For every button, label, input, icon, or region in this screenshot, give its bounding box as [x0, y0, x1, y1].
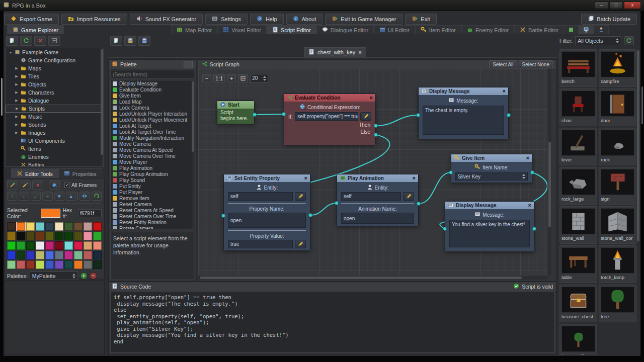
color-swatch[interactable]	[17, 232, 25, 240]
condition-expression-input[interactable]: self.property["open"] == true	[295, 112, 358, 121]
layer-down-button[interactable]: ▼	[54, 192, 64, 201]
grid-size-spinner[interactable]: 20	[250, 74, 268, 82]
graph-hscrollbar[interactable]	[198, 276, 547, 280]
color-swatch[interactable]	[45, 232, 54, 240]
select-all-button[interactable]: Select All	[489, 60, 517, 68]
color-swatch[interactable]	[26, 251, 35, 259]
color-swatch[interactable]	[7, 241, 16, 250]
shift-up-button[interactable]: ↑	[7, 192, 17, 201]
entity-input[interactable]: self	[228, 192, 293, 201]
node-start[interactable]: Start Script begins here.	[217, 101, 255, 124]
object-cell-tree[interactable]: tree	[599, 285, 636, 322]
color-swatch[interactable]	[64, 260, 73, 269]
left-edge-scrollbar[interactable]	[0, 11, 4, 357]
object-cell-treasure_chest[interactable]: treasure_chest	[559, 285, 597, 322]
layer-up-button[interactable]: ▲	[66, 192, 76, 201]
node-port[interactable]	[530, 170, 534, 174]
save-all-button[interactable]	[138, 36, 150, 46]
message-textarea[interactable]: The chest is empty.	[423, 106, 504, 135]
color-swatch[interactable]	[84, 222, 92, 231]
color-swatch[interactable]	[93, 260, 102, 269]
tab-properties[interactable]: Properties	[58, 168, 102, 178]
tree-item-images[interactable]: ▶Images	[6, 129, 103, 137]
color-swatch[interactable]	[26, 260, 35, 269]
zoom-reset-button[interactable]: 1:1	[213, 74, 225, 82]
palette-item-reset-camera-over-time[interactable]: Reset Camera Over Time	[111, 213, 194, 219]
color-swatch[interactable]	[84, 232, 92, 240]
fill-tool-button[interactable]	[49, 180, 60, 190]
node-port[interactable]	[532, 227, 536, 231]
tab-map-editor[interactable]: Map Editor	[171, 25, 217, 34]
palette-item-remove-item[interactable]: Remove Item	[111, 195, 194, 201]
object-cell-chair[interactable]: chair	[559, 88, 597, 126]
color-swatch[interactable]	[36, 260, 44, 269]
object-cell-torch_lamp[interactable]: torch_lamp	[599, 245, 636, 283]
node-port[interactable]	[443, 227, 447, 231]
tree-item-enemies[interactable]: Enemies	[6, 153, 103, 161]
color-swatch[interactable]	[17, 251, 25, 259]
color-swatch[interactable]	[7, 251, 16, 259]
shift-down-button[interactable]: ↓	[19, 192, 29, 201]
color-swatch[interactable]	[7, 232, 16, 240]
objects-scrollbar[interactable]	[637, 49, 639, 355]
color-swatch[interactable]	[64, 251, 73, 259]
color-swatch[interactable]	[55, 241, 63, 250]
color-swatch[interactable]	[17, 241, 25, 250]
object-cell-bench[interactable]: bench	[559, 49, 597, 87]
palette-item-look-at-target[interactable]: Look At Target	[111, 123, 194, 129]
attach-tool-button[interactable]	[7, 180, 18, 190]
object-cell-sign[interactable]: sign	[599, 167, 636, 205]
tab-chest-with-key[interactable]: chest_with_key ×	[304, 47, 366, 57]
property-name-input[interactable]: open	[228, 213, 306, 228]
color-swatch[interactable]	[45, 260, 54, 269]
close-node-icon[interactable]: ×	[370, 95, 373, 101]
close-node-icon[interactable]: ×	[503, 88, 506, 94]
color-swatch[interactable]	[26, 232, 35, 240]
entity-input[interactable]: self	[341, 192, 401, 201]
palette-item-play-animation[interactable]: Play Animation	[111, 165, 194, 171]
color-swatch[interactable]	[26, 222, 35, 231]
palette-item-give-item[interactable]: Give Item	[111, 93, 194, 99]
palette-item-reset-camera[interactable]: Reset Camera	[111, 201, 194, 207]
hex-input[interactable]: f6791f	[78, 209, 102, 217]
refresh-objects-button[interactable]	[624, 36, 634, 45]
close-node-icon[interactable]: ×	[304, 175, 307, 181]
delete-button[interactable]: ×	[34, 36, 46, 46]
erase-tool-button[interactable]: ×	[32, 180, 43, 190]
node-evaluate-condition[interactable]: Evaluate Condition × Conditional Express…	[284, 94, 376, 145]
menu-about-button[interactable]: iAbout	[286, 14, 323, 25]
rotate-button[interactable]	[92, 192, 102, 201]
palette-item-lock-camera[interactable]: Lock Camera	[111, 105, 194, 111]
tab-ui-editor[interactable]: UI Editor	[374, 25, 415, 34]
select-none-button[interactable]: Select None	[519, 60, 553, 68]
color-swatch[interactable]	[84, 251, 92, 259]
color-swatch[interactable]	[7, 222, 16, 231]
palette-scrollbar[interactable]	[192, 80, 194, 229]
color-swatch[interactable]	[93, 241, 102, 250]
edit-expression-button[interactable]	[360, 112, 371, 121]
tree-item-dialogue[interactable]: ▶Dialogue	[6, 97, 103, 105]
remove-palette-button[interactable]: −	[90, 272, 97, 280]
color-swatch[interactable]	[17, 222, 25, 231]
tree-item-game-configuration[interactable]: Game Configuration	[6, 56, 103, 64]
tree-item-ui-components[interactable]: UI Components	[6, 137, 103, 145]
node-port[interactable]	[507, 113, 511, 117]
close-button[interactable]: x	[624, 2, 641, 9]
color-swatch[interactable]	[74, 251, 83, 259]
snap-grid-button[interactable]	[238, 74, 248, 82]
source-code-text[interactable]: if self.property["open"] == true then di…	[110, 291, 554, 352]
node-port[interactable]	[308, 213, 312, 217]
filter-select[interactable]: All Objects	[575, 36, 621, 45]
color-swatch[interactable]	[64, 241, 73, 250]
tab-game-explorer[interactable]: Game Explorer	[7, 25, 64, 34]
color-swatch[interactable]	[84, 260, 92, 269]
object-cell-rock_large[interactable]: rock_large	[559, 167, 597, 205]
object-cell-campfire[interactable]: campfire	[599, 49, 636, 87]
new-script-button[interactable]	[110, 36, 122, 46]
palette-item-lock-unlock-player-interaction[interactable]: Lock/Unlock Player Interaction	[111, 111, 194, 117]
color-swatch[interactable]	[84, 241, 92, 250]
color-swatch[interactable]	[36, 232, 44, 240]
color-swatch[interactable]	[55, 260, 63, 269]
new-resource-button[interactable]	[6, 36, 18, 46]
tree-item-tiles[interactable]: ▶Tiles	[6, 72, 103, 80]
